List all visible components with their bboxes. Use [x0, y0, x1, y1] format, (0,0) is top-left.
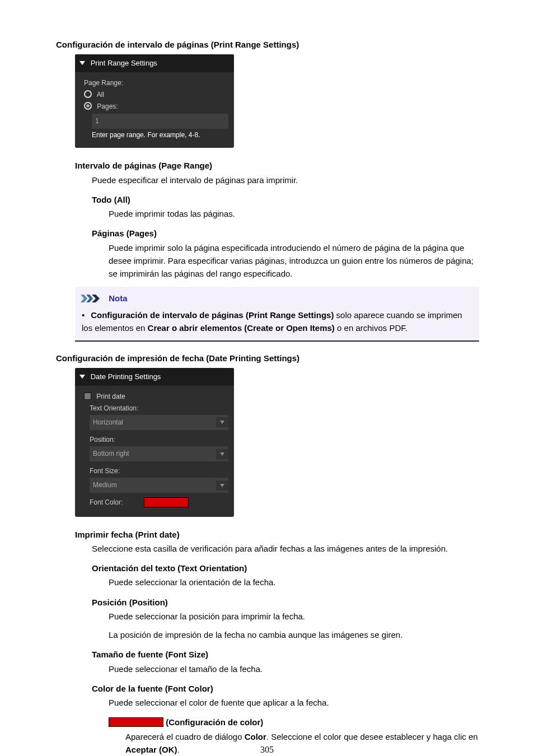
- term-font-size: Tamaño de fuente (Font Size): [92, 648, 479, 661]
- color-swatch[interactable]: [144, 497, 189, 507]
- chevron-down-icon: [79, 375, 85, 379]
- radio-all[interactable]: [84, 90, 92, 98]
- print-date-label: Print date: [96, 393, 125, 400]
- print-range-panel: Print Range Settings Page Range: All Pag…: [75, 54, 234, 148]
- chevron-down-icon: [220, 421, 224, 424]
- text-orientation-select[interactable]: Horizontal: [90, 415, 228, 430]
- text-orientation-label: Text Orientation:: [90, 403, 228, 414]
- term-print-date: Imprimir fecha (Print date): [75, 528, 479, 541]
- term-all: Todo (All): [92, 193, 479, 206]
- term-color-config: (Configuración de color): [109, 716, 479, 729]
- term-position: Posición (Position): [92, 596, 479, 609]
- note-bold1: Configuración de intervalo de páginas (P…: [91, 310, 334, 320]
- svg-marker-2: [92, 295, 100, 302]
- note-item: • Configuración de intervalo de páginas …: [82, 309, 474, 335]
- font-color-label: Font Color:: [90, 497, 123, 508]
- print-date-checkbox[interactable]: [84, 393, 91, 400]
- desc-position-2: La posición de impresión de la fecha no …: [109, 628, 479, 641]
- panel-title: Print Range Settings: [91, 59, 157, 67]
- text-orientation-value: Horizontal: [93, 417, 123, 428]
- chevron-down-icon: [79, 61, 85, 65]
- position-value: Bottom right: [93, 449, 129, 459]
- color-swatch: [109, 717, 163, 727]
- note-box: Nota • Configuración de intervalo de pág…: [75, 287, 479, 341]
- radio-pages-label: Pages:: [97, 102, 118, 110]
- term-color-config-suffix: (Configuración de color): [163, 717, 263, 727]
- font-size-select[interactable]: Medium: [90, 478, 228, 493]
- chevron-down-icon: [220, 484, 224, 487]
- note-bold2: Crear o abrir elementos (Create or Open …: [148, 323, 335, 333]
- desc-font-color: Puede seleccionar el color de fuente que…: [109, 696, 479, 709]
- note-text2: o en archivos PDF.: [335, 323, 407, 333]
- section-heading-date-printing: Configuración de impresión de fecha (Dat…: [56, 352, 479, 365]
- page-range-label: Page Range:: [84, 78, 228, 88]
- term-pages: Páginas (Pages): [92, 227, 479, 240]
- desc-all: Puede imprimir todas las páginas.: [109, 207, 479, 220]
- chevron-down-icon: [220, 452, 224, 456]
- term-font-color: Color de la fuente (Font Color): [92, 682, 479, 695]
- panel-title: Date Printing Settings: [91, 372, 161, 381]
- font-size-value: Medium: [93, 480, 117, 491]
- note-title: Nota: [109, 294, 127, 304]
- pages-hint: Enter page range. For example, 4-8.: [92, 130, 228, 141]
- position-label: Position:: [90, 435, 228, 445]
- desc-print-date: Seleccione esta casilla de verificación …: [92, 542, 479, 555]
- panel-header[interactable]: Print Range Settings: [75, 54, 234, 72]
- desc-font-size: Puede seleccionar el tamaño de la fecha.: [109, 662, 479, 675]
- desc-position-1: Puede seleccionar la posición para impri…: [109, 610, 479, 623]
- page-number: 305: [0, 743, 534, 756]
- radio-all-label: All: [97, 91, 104, 99]
- note-chevrons-icon: [81, 295, 103, 302]
- desc-pages: Puede imprimir solo la página especifica…: [109, 241, 479, 281]
- position-select[interactable]: Bottom right: [90, 446, 228, 461]
- pages-input[interactable]: 1: [92, 114, 228, 129]
- desc-page-range: Puede especificar el intervalo de página…: [92, 174, 479, 186]
- term-text-orientation: Orientación del texto (Text Orientation): [92, 562, 479, 575]
- svg-marker-0: [81, 295, 87, 302]
- radio-pages[interactable]: [84, 102, 92, 110]
- desc-text-orientation: Puede seleccionar la orientación de la f…: [109, 576, 479, 589]
- date-printing-panel: Date Printing Settings Print date Text O…: [75, 368, 234, 517]
- panel-header[interactable]: Date Printing Settings: [75, 368, 234, 386]
- term-page-range: Intervalo de páginas (Page Range): [75, 159, 479, 172]
- section-heading-print-range: Configuración de intervalo de páginas (P…: [56, 38, 479, 51]
- font-size-label: Font Size:: [90, 466, 228, 477]
